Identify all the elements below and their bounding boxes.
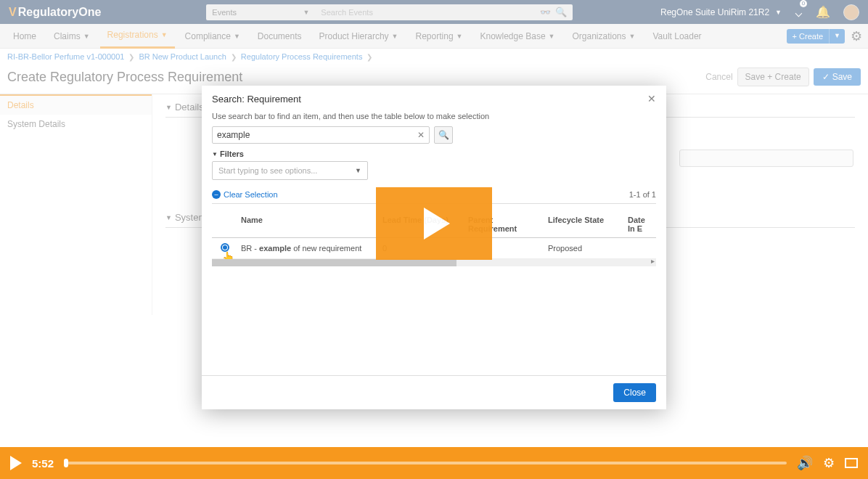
caret-down-icon: ▼ [355,167,361,174]
minus-circle-icon: – [212,190,221,199]
play-button[interactable] [10,456,22,470]
col-lifecycle[interactable]: Lifecycle State [545,211,625,237]
video-time: 5:52 [32,457,54,470]
fullscreen-icon[interactable] [845,458,858,468]
video-play-overlay[interactable] [376,187,492,260]
settings-gear-icon[interactable]: ⚙ [823,455,835,471]
cell-date [625,243,656,253]
close-button[interactable]: Close [613,383,656,402]
volume-icon[interactable]: 🔊 [797,455,813,471]
modal-description: Use search bar to find an item, and then… [212,112,656,120]
col-name[interactable]: Name [238,211,380,237]
pagination-label: 1-1 of 1 [629,190,656,199]
close-icon[interactable]: ✕ [647,93,656,105]
modal-search-input[interactable]: example ✕ [212,126,430,144]
clear-input-icon[interactable]: ✕ [417,130,425,140]
filters-toggle[interactable]: ▼Filters [212,150,656,158]
video-progress-bar[interactable] [64,462,787,464]
radio-selected[interactable] [221,243,229,252]
col-date[interactable]: Date In E [625,211,656,237]
clear-selection-link[interactable]: – Clear Selection [212,190,278,199]
modal-title: Search: Requirement [212,94,301,105]
cell-name: BR - example of new requirement [238,239,380,258]
video-controls: 5:52 🔊 ⚙ [0,447,868,479]
modal-search-button[interactable]: 🔍 [434,126,453,144]
play-icon [424,208,450,239]
cell-lifecycle: Proposed [545,239,625,258]
horizontal-scrollbar[interactable] [212,259,656,266]
filter-options-input[interactable]: Start typing to see options... ▼ [212,161,368,180]
